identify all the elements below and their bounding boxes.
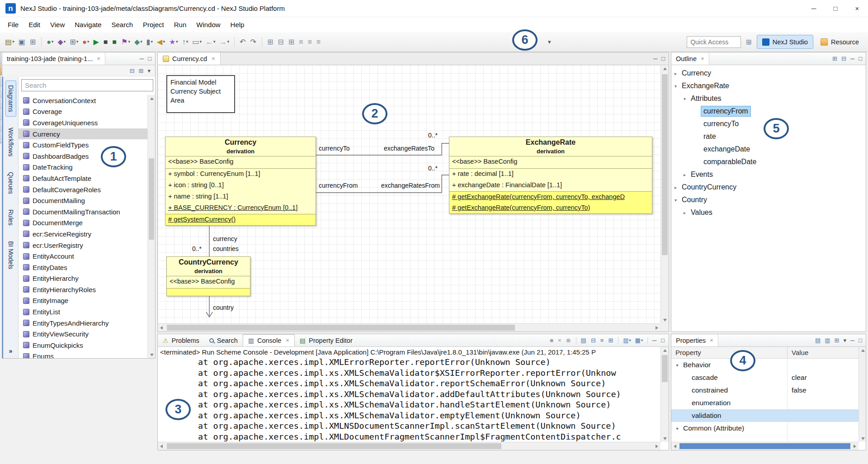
- terminate-icon[interactable]: ■: [549, 336, 555, 344]
- window-maximize-button[interactable]: □: [825, 0, 846, 17]
- outline-item-comparabledate[interactable]: comparableDate: [671, 156, 866, 168]
- scrollbar-thumb[interactable]: [662, 355, 668, 382]
- tab-problems[interactable]: ⚠Problems: [158, 334, 204, 346]
- scroll-left-arrow[interactable]: [671, 442, 679, 450]
- console-horizontal-scrollbar[interactable]: [158, 442, 660, 450]
- quick-access-input[interactable]: [687, 36, 741, 48]
- model-list-item[interactable]: CoverageUniqueness: [19, 117, 155, 128]
- scrollbar-thumb[interactable]: [662, 74, 668, 255]
- class-attribute[interactable]: + rate : decimal [1..1]: [449, 169, 652, 180]
- model-list-item[interactable]: EntityHierarchyRoles: [19, 284, 155, 295]
- console-tool[interactable]: [618, 337, 618, 344]
- scrollbar-thumb[interactable]: [167, 443, 501, 449]
- unlink-diagram-icon[interactable]: ⊟: [276, 37, 285, 47]
- word-wrap-icon[interactable]: ≡: [599, 336, 605, 344]
- class-method[interactable]: # getExchangeRate(currencyFrom, currency…: [449, 203, 652, 213]
- tree-arrow-icon[interactable]: ▾: [672, 198, 679, 203]
- model-library-icon[interactable]: ◆▾: [56, 37, 67, 47]
- window-minimize-button[interactable]: ─: [803, 0, 825, 17]
- outline-view-tab[interactable]: Outline ×: [671, 52, 709, 65]
- layout-icon[interactable]: ≡: [315, 37, 322, 47]
- minimize-view-icon[interactable]: ─: [139, 55, 145, 62]
- scrollbar-thumb[interactable]: [149, 158, 154, 240]
- outline-item-country[interactable]: ▾Country: [671, 194, 866, 206]
- tab-property-editor[interactable]: ▤Property Editor: [295, 334, 358, 346]
- outline-item-values[interactable]: ▸Values: [671, 206, 866, 219]
- close-icon[interactable]: ×: [701, 55, 704, 62]
- uml-class-exchangerate[interactable]: ExchangeRate derivation <<base>> BaseCon…: [449, 137, 652, 214]
- property-row-constrained[interactable]: constrainedfalse: [671, 384, 859, 397]
- model-list-item[interactable]: DefaultActTemplate: [19, 173, 155, 184]
- scroll-up-arrow[interactable]: [661, 65, 669, 72]
- close-icon[interactable]: ×: [212, 55, 215, 62]
- uml-class-currency[interactable]: Currency derivation <<base>> BaseConfig …: [165, 137, 316, 226]
- side-tab-rules[interactable]: Rules: [5, 205, 16, 230]
- model-list-item[interactable]: EntityDates: [19, 262, 155, 273]
- tree-arrow-icon[interactable]: ▸: [681, 172, 688, 177]
- window-layout-icon[interactable]: ▭▾: [191, 37, 203, 47]
- maximize-view-icon[interactable]: □: [147, 55, 152, 62]
- user-icon[interactable]: ●▾: [81, 37, 90, 47]
- outline-item-countrycurrency[interactable]: ▸CountryCurrency: [671, 181, 866, 194]
- side-tab-diagrams[interactable]: Diagrams: [5, 80, 16, 117]
- minimize-view-icon[interactable]: ─: [849, 55, 855, 62]
- redo-icon[interactable]: ↷: [249, 37, 258, 47]
- close-icon[interactable]: ×: [710, 337, 713, 344]
- explorer-scrollbar[interactable]: [147, 95, 155, 358]
- outline-item-attributes[interactable]: ▾Attributes: [671, 92, 866, 105]
- toolbar-overflow-chevron[interactable]: ▾: [548, 38, 551, 45]
- toolbar-icon[interactable]: [262, 37, 262, 47]
- outline-item-currencyfrom[interactable]: currencyFrom: [671, 105, 866, 118]
- category-arrow-icon[interactable]: ▾: [674, 363, 681, 368]
- model-list-item[interactable]: EntityHierarchy: [19, 273, 155, 284]
- grid-icon[interactable]: ≡: [297, 37, 305, 47]
- tree-arrow-icon[interactable]: ▾: [681, 96, 688, 101]
- model-list-item[interactable]: DateTracking: [19, 162, 155, 173]
- model-list-item[interactable]: EnumQuickpicks: [19, 340, 155, 351]
- scroll-down-arrow[interactable]: [859, 435, 867, 442]
- side-tab-bi-models[interactable]: BI Models: [5, 237, 16, 274]
- class-attribute[interactable]: + icon : string [0..1]: [165, 180, 316, 191]
- assoc-name-exchangeratesto[interactable]: exchangeRatesTo: [384, 145, 434, 152]
- close-icon[interactable]: ×: [97, 55, 100, 62]
- editor-horizontal-scrollbar[interactable]: [158, 323, 660, 331]
- remove-launch-icon[interactable]: ×: [557, 336, 563, 344]
- scroll-up-arrow[interactable]: [661, 347, 669, 354]
- display-console-icon[interactable]: ▥▾: [622, 336, 632, 344]
- show-categories-icon[interactable]: ▤: [814, 336, 821, 344]
- assoc-role-country[interactable]: country: [213, 304, 234, 311]
- tree-arrow-icon[interactable]: ▸: [672, 185, 679, 190]
- run-icon[interactable]: ▶: [92, 37, 100, 47]
- scroll-right-arrow[interactable]: [851, 442, 859, 450]
- scroll-right-arrow[interactable]: [653, 324, 660, 332]
- model-list-item[interactable]: DashboardBadges: [19, 151, 155, 162]
- tree-arrow-icon[interactable]: ▸: [681, 210, 688, 215]
- menu-navigate[interactable]: Navigate: [70, 17, 106, 32]
- menu-run[interactable]: Run: [169, 17, 192, 32]
- uml-class-countrycurrency[interactable]: CountryCurrency derivation <<base>> Base…: [166, 256, 250, 296]
- scroll-left-arrow[interactable]: [158, 442, 165, 450]
- scroll-left-arrow[interactable]: [158, 324, 165, 332]
- assoc-multiplicity[interactable]: 0..*: [428, 165, 438, 172]
- diagram-note[interactable]: Financial ModelCurrency SubjectArea: [166, 75, 235, 113]
- model-list-item[interactable]: Enums: [19, 351, 155, 358]
- open-console-icon[interactable]: ▦▾: [634, 336, 644, 344]
- remove-all-launches-icon[interactable]: ⊗: [565, 336, 572, 344]
- database-icon[interactable]: ▮▾: [145, 37, 154, 47]
- expand-all-icon[interactable]: ⊞: [831, 55, 838, 62]
- tab-search[interactable]: Search: [204, 334, 243, 346]
- property-row-cascade[interactable]: cascadeclear: [671, 371, 859, 384]
- editor-vertical-scrollbar[interactable]: [660, 65, 669, 323]
- collapse-all-icon[interactable]: ⊟: [840, 55, 847, 62]
- menu-view[interactable]: View: [45, 17, 70, 32]
- metadata-icon[interactable]: ⊞▾: [68, 37, 80, 47]
- model-list-item[interactable]: EntityAccount: [19, 251, 155, 262]
- outline-item-currency[interactable]: ▸Currency: [671, 67, 866, 80]
- class-attribute[interactable]: + symbol : CurrencyEnum [1..1]: [165, 169, 316, 180]
- tab-console[interactable]: ▥Console×: [243, 334, 295, 346]
- menu-project[interactable]: Project: [138, 17, 169, 32]
- model-list-item[interactable]: CustomFieldTypes: [19, 139, 155, 151]
- clear-console-icon[interactable]: ▤: [580, 336, 588, 344]
- add-class-icon[interactable]: ⊞: [287, 37, 296, 47]
- class-attribute[interactable]: + BASE_CURRENCY : CurrencyEnum [0..1]: [165, 203, 316, 214]
